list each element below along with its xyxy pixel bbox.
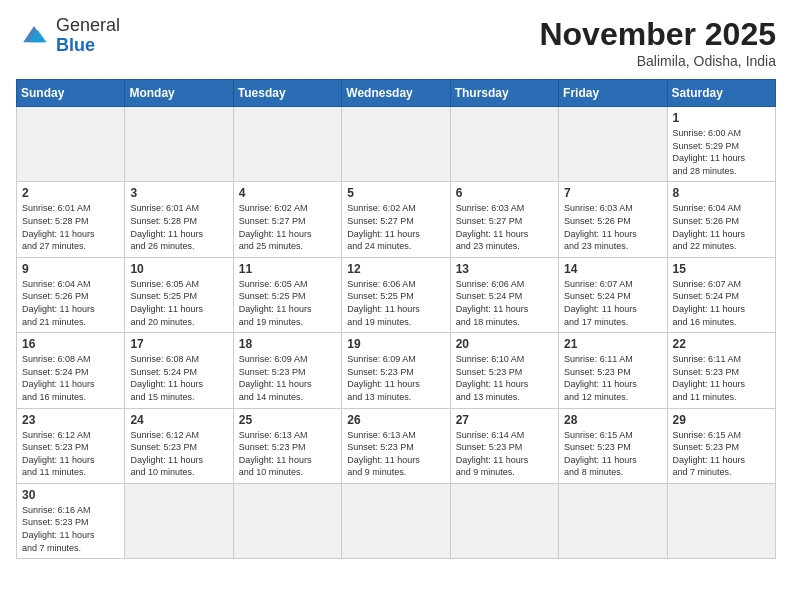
weekday-header-row: SundayMondayTuesdayWednesdayThursdayFrid… — [17, 80, 776, 107]
day-info: Sunrise: 6:11 AM Sunset: 5:23 PM Dayligh… — [673, 353, 770, 403]
day-info: Sunrise: 6:06 AM Sunset: 5:25 PM Dayligh… — [347, 278, 444, 328]
calendar-cell: 24Sunrise: 6:12 AM Sunset: 5:23 PM Dayli… — [125, 408, 233, 483]
day-number: 9 — [22, 262, 119, 276]
day-number: 26 — [347, 413, 444, 427]
logo-icon — [16, 22, 52, 50]
day-info: Sunrise: 6:04 AM Sunset: 5:26 PM Dayligh… — [673, 202, 770, 252]
weekday-header-tuesday: Tuesday — [233, 80, 341, 107]
calendar-cell — [667, 483, 775, 558]
calendar-cell: 8Sunrise: 6:04 AM Sunset: 5:26 PM Daylig… — [667, 182, 775, 257]
day-info: Sunrise: 6:10 AM Sunset: 5:23 PM Dayligh… — [456, 353, 553, 403]
weekday-header-friday: Friday — [559, 80, 667, 107]
day-number: 30 — [22, 488, 119, 502]
day-info: Sunrise: 6:08 AM Sunset: 5:24 PM Dayligh… — [22, 353, 119, 403]
weekday-header-wednesday: Wednesday — [342, 80, 450, 107]
calendar-cell: 17Sunrise: 6:08 AM Sunset: 5:24 PM Dayli… — [125, 333, 233, 408]
logo-text: General Blue — [56, 16, 120, 56]
day-info: Sunrise: 6:13 AM Sunset: 5:23 PM Dayligh… — [347, 429, 444, 479]
calendar-cell: 3Sunrise: 6:01 AM Sunset: 5:28 PM Daylig… — [125, 182, 233, 257]
day-number: 10 — [130, 262, 227, 276]
calendar-table: SundayMondayTuesdayWednesdayThursdayFrid… — [16, 79, 776, 559]
calendar-cell: 16Sunrise: 6:08 AM Sunset: 5:24 PM Dayli… — [17, 333, 125, 408]
day-info: Sunrise: 6:16 AM Sunset: 5:23 PM Dayligh… — [22, 504, 119, 554]
day-info: Sunrise: 6:05 AM Sunset: 5:25 PM Dayligh… — [239, 278, 336, 328]
day-info: Sunrise: 6:12 AM Sunset: 5:23 PM Dayligh… — [130, 429, 227, 479]
day-info: Sunrise: 6:09 AM Sunset: 5:23 PM Dayligh… — [239, 353, 336, 403]
day-info: Sunrise: 6:02 AM Sunset: 5:27 PM Dayligh… — [239, 202, 336, 252]
day-info: Sunrise: 6:06 AM Sunset: 5:24 PM Dayligh… — [456, 278, 553, 328]
day-number: 12 — [347, 262, 444, 276]
calendar-cell: 20Sunrise: 6:10 AM Sunset: 5:23 PM Dayli… — [450, 333, 558, 408]
day-number: 28 — [564, 413, 661, 427]
week-row-1: 2Sunrise: 6:01 AM Sunset: 5:28 PM Daylig… — [17, 182, 776, 257]
day-number: 16 — [22, 337, 119, 351]
day-info: Sunrise: 6:01 AM Sunset: 5:28 PM Dayligh… — [130, 202, 227, 252]
day-number: 19 — [347, 337, 444, 351]
calendar-cell: 6Sunrise: 6:03 AM Sunset: 5:27 PM Daylig… — [450, 182, 558, 257]
calendar-cell — [342, 107, 450, 182]
calendar-cell: 19Sunrise: 6:09 AM Sunset: 5:23 PM Dayli… — [342, 333, 450, 408]
week-row-5: 30Sunrise: 6:16 AM Sunset: 5:23 PM Dayli… — [17, 483, 776, 558]
title-block: November 2025 Balimila, Odisha, India — [539, 16, 776, 69]
calendar-cell — [559, 107, 667, 182]
day-info: Sunrise: 6:11 AM Sunset: 5:23 PM Dayligh… — [564, 353, 661, 403]
calendar-cell: 21Sunrise: 6:11 AM Sunset: 5:23 PM Dayli… — [559, 333, 667, 408]
calendar-cell — [233, 107, 341, 182]
logo: General Blue — [16, 16, 120, 56]
day-info: Sunrise: 6:12 AM Sunset: 5:23 PM Dayligh… — [22, 429, 119, 479]
day-number: 4 — [239, 186, 336, 200]
calendar-cell: 4Sunrise: 6:02 AM Sunset: 5:27 PM Daylig… — [233, 182, 341, 257]
day-info: Sunrise: 6:07 AM Sunset: 5:24 PM Dayligh… — [673, 278, 770, 328]
day-info: Sunrise: 6:09 AM Sunset: 5:23 PM Dayligh… — [347, 353, 444, 403]
calendar-cell — [450, 107, 558, 182]
week-row-4: 23Sunrise: 6:12 AM Sunset: 5:23 PM Dayli… — [17, 408, 776, 483]
day-number: 24 — [130, 413, 227, 427]
day-number: 17 — [130, 337, 227, 351]
day-info: Sunrise: 6:01 AM Sunset: 5:28 PM Dayligh… — [22, 202, 119, 252]
calendar-cell — [559, 483, 667, 558]
day-number: 2 — [22, 186, 119, 200]
weekday-header-thursday: Thursday — [450, 80, 558, 107]
calendar-cell: 2Sunrise: 6:01 AM Sunset: 5:28 PM Daylig… — [17, 182, 125, 257]
weekday-header-monday: Monday — [125, 80, 233, 107]
month-title: November 2025 — [539, 16, 776, 53]
calendar-cell: 11Sunrise: 6:05 AM Sunset: 5:25 PM Dayli… — [233, 257, 341, 332]
calendar-cell: 1Sunrise: 6:00 AM Sunset: 5:29 PM Daylig… — [667, 107, 775, 182]
weekday-header-sunday: Sunday — [17, 80, 125, 107]
day-number: 3 — [130, 186, 227, 200]
day-number: 11 — [239, 262, 336, 276]
day-number: 22 — [673, 337, 770, 351]
day-number: 13 — [456, 262, 553, 276]
calendar-cell: 5Sunrise: 6:02 AM Sunset: 5:27 PM Daylig… — [342, 182, 450, 257]
calendar-cell: 23Sunrise: 6:12 AM Sunset: 5:23 PM Dayli… — [17, 408, 125, 483]
day-number: 14 — [564, 262, 661, 276]
day-number: 8 — [673, 186, 770, 200]
day-info: Sunrise: 6:13 AM Sunset: 5:23 PM Dayligh… — [239, 429, 336, 479]
day-number: 20 — [456, 337, 553, 351]
day-info: Sunrise: 6:00 AM Sunset: 5:29 PM Dayligh… — [673, 127, 770, 177]
page-header: General Blue November 2025 Balimila, Odi… — [16, 16, 776, 69]
day-info: Sunrise: 6:08 AM Sunset: 5:24 PM Dayligh… — [130, 353, 227, 403]
day-number: 15 — [673, 262, 770, 276]
calendar-cell: 18Sunrise: 6:09 AM Sunset: 5:23 PM Dayli… — [233, 333, 341, 408]
calendar-cell: 13Sunrise: 6:06 AM Sunset: 5:24 PM Dayli… — [450, 257, 558, 332]
day-info: Sunrise: 6:07 AM Sunset: 5:24 PM Dayligh… — [564, 278, 661, 328]
calendar-cell: 22Sunrise: 6:11 AM Sunset: 5:23 PM Dayli… — [667, 333, 775, 408]
week-row-2: 9Sunrise: 6:04 AM Sunset: 5:26 PM Daylig… — [17, 257, 776, 332]
calendar-cell: 12Sunrise: 6:06 AM Sunset: 5:25 PM Dayli… — [342, 257, 450, 332]
calendar-cell: 30Sunrise: 6:16 AM Sunset: 5:23 PM Dayli… — [17, 483, 125, 558]
calendar-cell — [450, 483, 558, 558]
day-number: 1 — [673, 111, 770, 125]
day-info: Sunrise: 6:15 AM Sunset: 5:23 PM Dayligh… — [564, 429, 661, 479]
weekday-header-saturday: Saturday — [667, 80, 775, 107]
calendar-cell: 10Sunrise: 6:05 AM Sunset: 5:25 PM Dayli… — [125, 257, 233, 332]
calendar-cell: 27Sunrise: 6:14 AM Sunset: 5:23 PM Dayli… — [450, 408, 558, 483]
calendar-cell: 25Sunrise: 6:13 AM Sunset: 5:23 PM Dayli… — [233, 408, 341, 483]
calendar-cell — [17, 107, 125, 182]
day-info: Sunrise: 6:05 AM Sunset: 5:25 PM Dayligh… — [130, 278, 227, 328]
day-info: Sunrise: 6:03 AM Sunset: 5:26 PM Dayligh… — [564, 202, 661, 252]
day-number: 27 — [456, 413, 553, 427]
calendar-cell: 26Sunrise: 6:13 AM Sunset: 5:23 PM Dayli… — [342, 408, 450, 483]
day-number: 23 — [22, 413, 119, 427]
calendar-cell — [125, 107, 233, 182]
